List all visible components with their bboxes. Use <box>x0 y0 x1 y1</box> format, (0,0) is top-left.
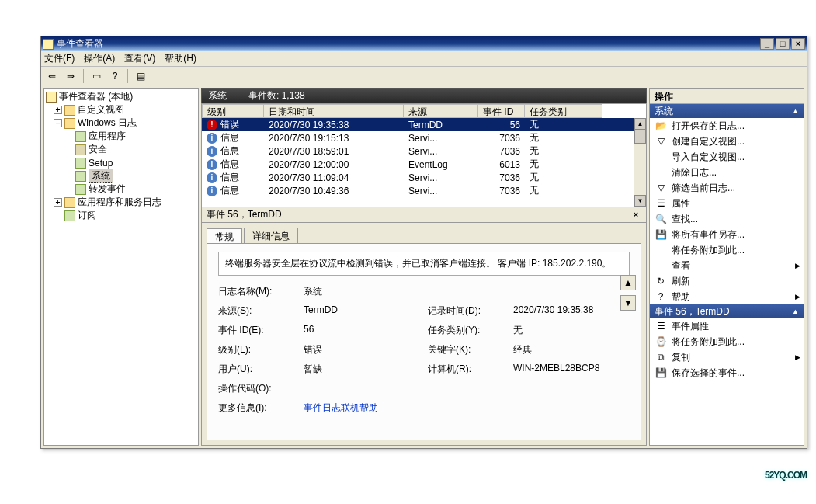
toolbar-detail-button[interactable]: ▤ <box>133 68 148 84</box>
action-import-custom-view[interactable]: 导入自定义视图... <box>650 149 804 165</box>
action-open-saved-log[interactable]: 📂打开保存的日志... <box>650 118 804 134</box>
action-create-custom-view[interactable]: ▽创建自定义视图... <box>650 134 804 149</box>
menu-help[interactable]: 帮助(H) <box>165 52 196 65</box>
action-save-selected[interactable]: 💾保存选择的事件... <box>650 365 804 381</box>
nav-back-button[interactable]: ⇐ <box>44 68 60 84</box>
actions-group-event[interactable]: 事件 56，TermDD▲ <box>650 304 804 318</box>
tree-system[interactable]: 系统 <box>89 169 113 183</box>
scrollbar[interactable]: ▲ ▼ <box>634 118 646 207</box>
log-icon <box>75 131 86 142</box>
center-header: 系统 事件数: 1,138 <box>201 88 647 103</box>
action-attach-task-log[interactable]: 将任务附加到此... <box>650 242 804 258</box>
help-icon: ? <box>655 290 667 303</box>
online-help-link[interactable]: 事件日志联机帮助 <box>304 401 420 415</box>
col-eid[interactable]: 事件 ID <box>478 104 525 118</box>
toolbar-help-button[interactable]: ? <box>107 68 123 84</box>
tab-details[interactable]: 详细信息 <box>244 228 298 243</box>
nav-fwd-button[interactable]: ⇒ <box>63 68 78 84</box>
table-row[interactable]: i信息2020/7/30 18:59:01Servi...7036无 <box>202 144 646 158</box>
tree-subscriptions[interactable]: 订阅 <box>78 209 96 222</box>
minimize-button[interactable]: _ <box>760 38 774 50</box>
grid-header[interactable]: 级别日期和时间来源事件 ID任务类别 <box>202 104 646 118</box>
tree-security[interactable]: 安全 <box>89 143 107 156</box>
watermark: 52YQ.COM <box>765 461 807 482</box>
label-opcode: 操作代码(O): <box>218 382 296 395</box>
close-button[interactable]: × <box>791 38 805 50</box>
col-task[interactable]: 任务类别 <box>525 104 602 118</box>
folder-icon <box>64 197 75 208</box>
menu-view[interactable]: 查看(V) <box>124 52 155 65</box>
expand-icon[interactable]: + <box>54 106 62 114</box>
col-src[interactable]: 来源 <box>404 104 478 118</box>
action-clear-log[interactable]: 清除日志... <box>650 165 804 180</box>
scroll-up-button[interactable]: ▲ <box>634 118 646 130</box>
tab-general[interactable]: 常规 <box>207 228 242 244</box>
log-icon <box>75 158 86 169</box>
save-icon: 💾 <box>655 228 667 241</box>
titlebar[interactable]: 事件查看器 _ □ × <box>41 36 807 51</box>
events-grid[interactable]: 级别日期和时间来源事件 ID任务类别 !错误2020/7/30 19:35:38… <box>201 103 647 207</box>
table-row[interactable]: i信息2020/7/30 19:15:13Servi...7036无 <box>202 131 646 144</box>
toolbar-scope-button[interactable]: ▭ <box>89 68 104 84</box>
tree-app-services[interactable]: 应用程序和服务日志 <box>78 196 161 209</box>
actions-pane: 操作 系统▲ 📂打开保存的日志... ▽创建自定义视图... 导入自定义视图..… <box>649 88 804 446</box>
detail-title: 事件 56，TermDD <box>207 208 282 221</box>
value-log: 系统 <box>304 285 420 298</box>
action-find[interactable]: 🔍查找... <box>650 211 804 227</box>
action-save-all[interactable]: 💾将所有事件另存... <box>650 227 804 242</box>
detail-close-button[interactable]: × <box>630 210 641 221</box>
label-task: 任务类别(Y): <box>428 324 505 337</box>
table-row[interactable]: i信息2020/7/30 12:00:00EventLog6013无 <box>202 158 646 171</box>
action-view-submenu[interactable]: 查看▶ <box>650 258 804 273</box>
tree-pane[interactable]: 事件查看器 (本地) +自定义视图 −Windows 日志 应用程序 安全 Se… <box>43 88 199 446</box>
tree-forward[interactable]: 转发事件 <box>89 182 126 196</box>
chevron-right-icon: ▶ <box>795 293 800 301</box>
properties-icon: ☰ <box>655 197 667 210</box>
info-icon: i <box>207 172 217 183</box>
grid-body[interactable]: !错误2020/7/30 19:35:38TermDD56无i信息2020/7/… <box>202 118 646 207</box>
tree-windows-logs[interactable]: Windows 日志 <box>78 116 137 130</box>
tree-setup[interactable]: Setup <box>89 158 113 169</box>
label-moreinfo: 更多信息(I): <box>218 401 296 415</box>
tree-application[interactable]: 应用程序 <box>89 130 126 143</box>
table-row[interactable]: !错误2020/7/30 19:35:38TermDD56无 <box>202 118 646 131</box>
menubar: 文件(F) 操作(A) 查看(V) 帮助(H) <box>41 51 807 67</box>
action-event-properties[interactable]: ☰事件属性 <box>650 318 804 334</box>
center-title: 系统 <box>208 89 227 103</box>
value-source: TermDD <box>304 304 420 318</box>
scroll-down-button[interactable]: ▼ <box>634 195 646 207</box>
col-level[interactable]: 级别 <box>202 104 264 118</box>
event-message: 终端服务器安全层在协议流中检测到错误，并已取消客户端连接。 客户端 IP: 18… <box>218 252 630 276</box>
chevron-right-icon: ▶ <box>795 353 800 361</box>
collapse-icon[interactable]: − <box>54 119 62 127</box>
maximize-button[interactable]: □ <box>776 38 790 50</box>
action-filter-log[interactable]: ▽筛选当前日志... <box>650 180 804 196</box>
copy-icon: ⧉ <box>655 351 667 363</box>
next-event-button[interactable]: ▼ <box>620 295 636 311</box>
action-properties[interactable]: ☰属性 <box>650 196 804 211</box>
prev-event-button[interactable]: ▲ <box>620 275 636 290</box>
tree-custom-views[interactable]: 自定义视图 <box>78 103 124 116</box>
label-keyword: 关键字(K): <box>428 343 505 356</box>
action-refresh[interactable]: ↻刷新 <box>650 273 804 289</box>
log-icon <box>75 184 86 195</box>
actions-group-system[interactable]: 系统▲ <box>650 104 804 118</box>
value-eventid: 56 <box>304 324 420 337</box>
table-row[interactable]: i信息2020/7/30 11:09:04Servi...7036无 <box>202 171 646 184</box>
action-attach-task-event[interactable]: ⌚将任务附加到此... <box>650 334 804 349</box>
action-help[interactable]: ?帮助▶ <box>650 289 804 304</box>
label-source: 来源(S): <box>218 304 296 318</box>
menu-ops[interactable]: 操作(A) <box>84 52 115 65</box>
table-row[interactable]: i信息2020/7/30 10:49:36Servi...7036无 <box>202 184 646 197</box>
scroll-thumb[interactable] <box>634 130 646 144</box>
col-dt[interactable]: 日期和时间 <box>264 104 404 118</box>
info-icon: i <box>207 146 217 157</box>
action-copy[interactable]: ⧉复制▶ <box>650 349 804 365</box>
log-icon <box>75 144 86 155</box>
label-log: 日志名称(M): <box>218 285 296 298</box>
menu-file[interactable]: 文件(F) <box>44 52 75 65</box>
event-viewer-window: 事件查看器 _ □ × 文件(F) 操作(A) 查看(V) 帮助(H) ⇐ ⇒ … <box>40 36 807 449</box>
value-task: 无 <box>513 324 641 337</box>
tree-root[interactable]: 事件查看器 (本地) <box>59 90 133 103</box>
expand-icon[interactable]: + <box>54 198 62 207</box>
